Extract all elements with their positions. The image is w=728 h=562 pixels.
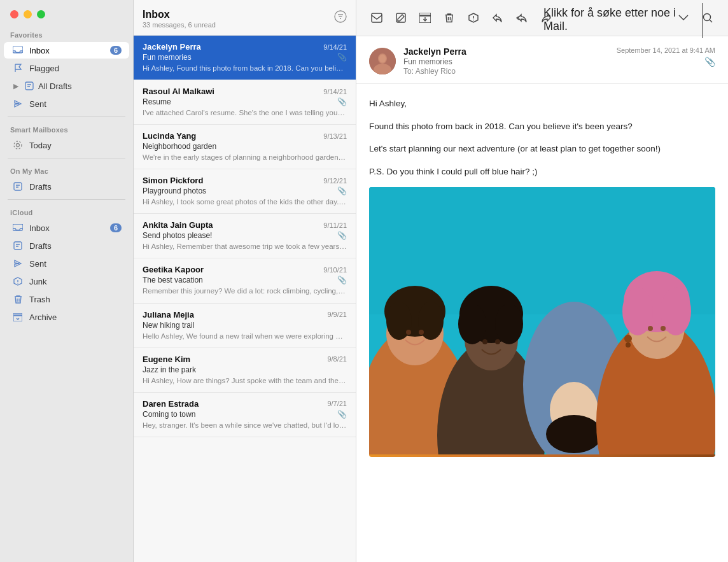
- inbox-icon: [11, 45, 24, 55]
- sidebar-item-all-drafts[interactable]: ▶ All Drafts: [4, 78, 129, 94]
- sidebar-item-sent[interactable]: Sent: [4, 95, 129, 112]
- message-list-header: Inbox 33 messages, 6 unread: [134, 0, 356, 36]
- sender-info: Jackelyn Perra Fun memories To: Ashley R…: [369, 46, 466, 76]
- message-preview: Hi Ashley, Remember that awesome trip we…: [143, 241, 347, 251]
- message-item[interactable]: Geetika Kapoor 9/10/21 The best vacation…: [134, 258, 356, 303]
- compose-button[interactable]: [391, 8, 411, 28]
- email-header: Jackelyn Perra Fun memories To: Ashley R…: [356, 36, 728, 84]
- message-subject: Send photos please!: [143, 231, 212, 240]
- email-to-line: To: Ashley Rico: [403, 67, 466, 76]
- message-subject: Fun memories: [143, 53, 192, 62]
- message-sender: Rasoul Al Malkawi: [143, 87, 214, 96]
- minimize-button[interactable]: [24, 10, 32, 18]
- message-sender: Geetika Kapoor: [143, 265, 204, 274]
- svg-point-2: [17, 144, 20, 147]
- message-item[interactable]: Eugene Kim 9/8/21 Jazz in the park Hi As…: [134, 348, 356, 393]
- email-attachment-icon: 📎: [704, 57, 715, 67]
- message-subject: Coming to town: [143, 410, 195, 419]
- email-sender-name: Jackelyn Perra: [403, 46, 466, 57]
- more-button[interactable]: [673, 8, 694, 28]
- reply-button[interactable]: [487, 8, 508, 28]
- svg-rect-6: [14, 242, 22, 249]
- sidebar: Favorites Inbox 6 Flagged ▶: [0, 0, 134, 562]
- reply-all-button[interactable]: [512, 8, 532, 28]
- sidebar-item-today[interactable]: Today: [4, 137, 129, 153]
- sidebar-item-drafts-icloud[interactable]: Drafts: [4, 237, 129, 254]
- sidebar-item-trash-icloud[interactable]: Trash: [4, 291, 129, 307]
- message-date: 9/10/21: [323, 266, 347, 274]
- sent-label: Sent: [29, 99, 122, 109]
- svg-point-51: [419, 330, 424, 335]
- message-sender: Ankita Jain Gupta: [143, 220, 213, 230]
- expand-icon: ▶: [11, 82, 20, 90]
- avatar: [369, 48, 396, 74]
- message-preview: Hi Ashley, Found this photo from back in…: [143, 63, 347, 73]
- sidebar-item-inbox-icloud[interactable]: Inbox 6: [4, 220, 129, 236]
- message-date: 9/14/21: [323, 88, 347, 95]
- search-button[interactable]: [697, 8, 718, 28]
- email-body: Hi Ashley, Found this photo from back in…: [356, 84, 728, 562]
- drafts-mac-icon: [11, 181, 24, 192]
- message-item[interactable]: Simon Pickford 9/12/21 Playground photos…: [134, 169, 356, 214]
- attachment-icon: 📎: [337, 410, 347, 419]
- sidebar-item-drafts-mac[interactable]: Drafts: [4, 178, 129, 195]
- message-date: 9/8/21: [327, 355, 347, 363]
- maximize-button[interactable]: [37, 10, 45, 18]
- message-sender: Eugene Kim: [143, 355, 190, 364]
- divider-3: [8, 199, 125, 200]
- archive-button[interactable]: [415, 8, 435, 28]
- message-item[interactable]: Ankita Jain Gupta 9/11/21 Send photos pl…: [134, 214, 356, 258]
- message-list: Inbox 33 messages, 6 unread Jackelyn Per…: [134, 0, 356, 562]
- message-item[interactable]: Jackelyn Perra 9/14/21 Fun memories 📎 Hi…: [134, 36, 356, 80]
- message-sender: Simon Pickford: [143, 176, 203, 185]
- sent-icon: [11, 99, 24, 109]
- sidebar-item-inbox[interactable]: Inbox 6: [4, 42, 129, 59]
- icloud-inbox-label: Inbox: [29, 223, 110, 233]
- icloud-trash-label: Trash: [29, 295, 122, 304]
- email-body-para3: P.S. Do you think I could pull off blue …: [369, 165, 715, 179]
- sidebar-item-junk-icloud[interactable]: Junk: [4, 273, 129, 290]
- message-preview: Hi Ashley, How are things? Just spoke wi…: [143, 376, 347, 386]
- email-sender-subject: Fun memories: [403, 57, 466, 66]
- message-item[interactable]: Rasoul Al Malkawi 9/14/21 Resume 📎 I've …: [134, 80, 356, 125]
- sidebar-item-flagged[interactable]: Flagged: [4, 60, 129, 76]
- window-controls: [0, 0, 133, 26]
- inbox-label: Inbox: [29, 46, 110, 55]
- icloud-inbox-icon: [11, 223, 24, 233]
- all-drafts-label: All Drafts: [38, 81, 122, 91]
- filter-button[interactable]: [334, 10, 347, 26]
- trash-button[interactable]: [439, 8, 459, 28]
- sidebar-item-sent-icloud[interactable]: Sent: [4, 255, 129, 272]
- svg-point-3: [14, 141, 22, 149]
- message-sender: Daren Estrada: [143, 399, 199, 409]
- new-message-button[interactable]: [367, 8, 387, 28]
- message-item[interactable]: Lucinda Yang 9/13/21 Neighborhood garden…: [134, 125, 356, 169]
- forward-button[interactable]: [536, 8, 556, 28]
- message-subject: Resume: [143, 97, 171, 106]
- message-date: 9/11/21: [323, 221, 347, 229]
- svg-rect-11: [13, 313, 22, 316]
- icloud-drafts-label: Drafts: [29, 241, 122, 251]
- svg-rect-4: [14, 183, 22, 190]
- message-preview: I've attached Carol's resume. She's the …: [143, 108, 347, 118]
- divider-2: [8, 158, 125, 158]
- message-date: 9/12/21: [323, 177, 347, 185]
- sidebar-item-archive-icloud[interactable]: Archive: [4, 309, 129, 325]
- message-preview: Hey, stranger. It's been a while since w…: [143, 420, 347, 430]
- message-subject: Neighborhood garden: [143, 142, 216, 151]
- drafts-mac-label: Drafts: [29, 182, 122, 192]
- message-date: 9/14/21: [323, 43, 347, 51]
- close-button[interactable]: [10, 10, 18, 18]
- message-item[interactable]: Juliana Mejia 9/9/21 New hiking trail He…: [134, 304, 356, 348]
- junk-button[interactable]: [463, 8, 484, 28]
- message-item[interactable]: Daren Estrada 9/7/21 Coming to town 📎 He…: [134, 393, 356, 437]
- message-preview: Hello Ashley, We found a new trail when …: [143, 331, 347, 341]
- divider-1: [8, 116, 125, 117]
- message-date: 9/9/21: [327, 311, 347, 318]
- messages-scroll[interactable]: Jackelyn Perra 9/14/21 Fun memories 📎 Hi…: [134, 36, 356, 562]
- flag-icon: [11, 63, 24, 73]
- today-label: Today: [29, 141, 122, 150]
- svg-point-50: [406, 330, 411, 335]
- email-date: September 14, 2021 at 9:41 AM: [617, 46, 715, 54]
- email-body-para2: Let's start planning our next adventure …: [369, 142, 715, 156]
